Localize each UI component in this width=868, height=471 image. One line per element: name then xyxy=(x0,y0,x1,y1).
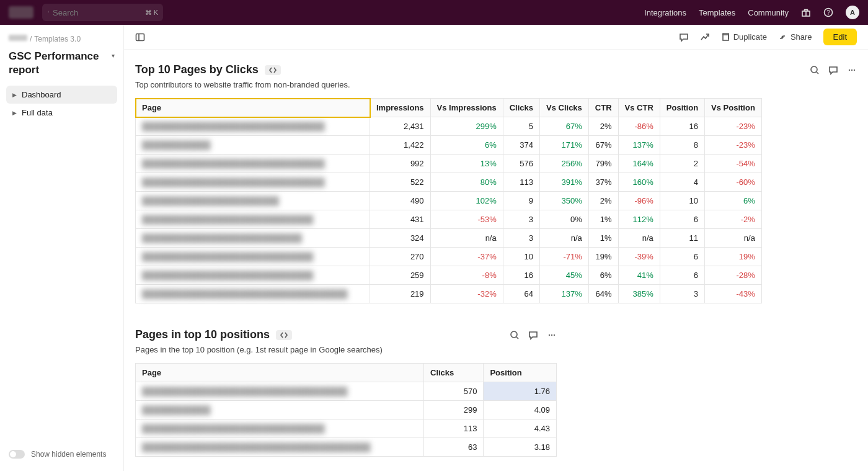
table-cell: 6% xyxy=(430,136,503,155)
table-header[interactable]: Clicks xyxy=(424,364,484,382)
table-cell: 13% xyxy=(430,155,503,173)
table-header[interactable]: Vs Impressions xyxy=(430,99,503,117)
table-row[interactable]: ████████████████████████████████████5701… xyxy=(136,382,557,401)
comments-icon[interactable] xyxy=(679,32,689,42)
table-header[interactable]: Page xyxy=(136,99,370,117)
avatar[interactable]: A xyxy=(846,6,859,19)
table-cell: 3.18 xyxy=(484,438,557,457)
table-cell: ████████████████████████████████████ xyxy=(136,382,424,401)
table-cell: 1% xyxy=(588,229,618,248)
section-more-icon[interactable] xyxy=(847,65,857,75)
nav-templates[interactable]: Templates xyxy=(699,8,735,17)
table-cell: 391% xyxy=(540,173,589,192)
table-row[interactable]: ████████████████████████████████99213%57… xyxy=(136,155,762,173)
table-row[interactable]: ████████████2994.09 xyxy=(136,401,557,419)
section-top-pages: Top 10 Pages by Clicks Top contributors … xyxy=(135,63,857,303)
table-header[interactable]: Page xyxy=(136,364,424,382)
breadcrumb[interactable]: / Templates 3.0 xyxy=(9,35,115,43)
table-row[interactable]: ████████████████████████490102%9350%2%-9… xyxy=(136,192,762,210)
sidebar-item-dashboard[interactable]: ▶ Dashboard xyxy=(6,86,117,104)
table-cell: 299 xyxy=(424,401,484,419)
logo[interactable] xyxy=(9,6,33,19)
show-hidden-toggle[interactable] xyxy=(9,450,25,459)
table-row[interactable]: ████████████████████████████████████████… xyxy=(136,438,557,457)
table-cell: 992 xyxy=(370,155,431,173)
sidebar-item-full-data[interactable]: ▶ Full data xyxy=(6,104,117,122)
section-more-icon[interactable] xyxy=(547,330,557,340)
table-row[interactable]: ██████████████████████████████259-8%1645… xyxy=(136,266,762,285)
table-cell: 2,431 xyxy=(370,117,431,136)
table-header[interactable]: Position xyxy=(484,364,557,382)
table-header[interactable]: Vs Clicks xyxy=(540,99,589,117)
table-cell: 431 xyxy=(370,210,431,229)
table-row[interactable]: ██████████████████████████████270-37%10-… xyxy=(136,248,762,266)
table-cell: ████████████████████████████████ xyxy=(136,155,370,173)
section-search-icon[interactable] xyxy=(810,65,820,75)
table-cell: ████████████ xyxy=(136,401,424,419)
table-cell: 3 xyxy=(660,285,704,303)
table-row[interactable]: ██████████████████████████████431-53%30%… xyxy=(136,210,762,229)
table-cell: ████████████████████████████████████ xyxy=(136,285,370,303)
table-cell: -37% xyxy=(430,248,503,266)
svg-point-16 xyxy=(549,334,550,335)
table-cell: 1% xyxy=(588,210,618,229)
table-cell: n/a xyxy=(430,229,503,248)
svg-point-17 xyxy=(551,334,552,335)
table-cell: 324 xyxy=(370,229,431,248)
table-row[interactable]: ████████████████████████████324n/a3n/a1%… xyxy=(136,229,762,248)
duplicate-button[interactable]: Duplicate xyxy=(721,32,767,42)
section-comment-icon[interactable] xyxy=(528,330,538,340)
table-cell: -8% xyxy=(430,266,503,285)
table-cell: -53% xyxy=(430,210,503,229)
table-cell: 80% xyxy=(430,173,503,192)
table-cell: 2% xyxy=(588,117,618,136)
chevron-right-icon: ▶ xyxy=(12,92,17,98)
table-cell: 5 xyxy=(503,117,539,136)
topbar-nav: Integrations Templates Community ? A xyxy=(644,6,859,19)
sidebar-item-label: Full data xyxy=(22,108,53,117)
gift-icon[interactable] xyxy=(801,7,811,17)
search-input[interactable] xyxy=(53,8,157,17)
table-cell: 113 xyxy=(503,173,539,192)
table-header[interactable]: Clicks xyxy=(503,99,539,117)
table-cell: 219 xyxy=(370,285,431,303)
nav-community[interactable]: Community xyxy=(748,8,789,17)
edit-button[interactable]: Edit xyxy=(823,29,857,45)
table-header[interactable]: Position xyxy=(660,99,704,117)
table-header[interactable]: Vs CTR xyxy=(618,99,660,117)
trend-icon[interactable] xyxy=(700,32,710,42)
svg-rect-8 xyxy=(723,35,728,40)
table-row[interactable]: ████████████████████████████████1134.43 xyxy=(136,419,557,438)
table-cell: -32% xyxy=(430,285,503,303)
table-cell: 8 xyxy=(660,136,704,155)
breadcrumb-root xyxy=(9,35,27,41)
nav-integrations[interactable]: Integrations xyxy=(644,8,686,17)
table-cell: 160% xyxy=(618,173,660,192)
table-cell: 6 xyxy=(660,210,704,229)
table-header[interactable]: CTR xyxy=(588,99,618,117)
table-cell: 16 xyxy=(660,117,704,136)
table-header[interactable]: Impressions xyxy=(370,99,431,117)
title-menu-caret[interactable]: ▾ xyxy=(112,52,115,59)
table-header[interactable]: Vs Position xyxy=(705,99,762,117)
share-button[interactable]: Share xyxy=(778,32,812,42)
table-cell: 102% xyxy=(430,192,503,210)
table-row[interactable]: ████████████████████████████████2,431299… xyxy=(136,117,762,136)
table-row[interactable]: ████████████████████████████████52280%11… xyxy=(136,173,762,192)
table-cell: -60% xyxy=(705,173,762,192)
svg-line-15 xyxy=(516,337,518,339)
section-search-icon[interactable] xyxy=(510,330,520,340)
panel-toggle-icon[interactable] xyxy=(135,32,145,42)
code-icon[interactable] xyxy=(276,330,292,340)
table-cell: 6 xyxy=(660,266,704,285)
section-title: Pages in top 10 positions xyxy=(135,328,270,341)
code-icon[interactable] xyxy=(265,65,281,75)
table-row[interactable]: ████████████1,4226%374171%67%137%8-23% xyxy=(136,136,762,155)
help-icon[interactable]: ? xyxy=(823,7,833,17)
global-search[interactable]: ⌘ K xyxy=(42,4,163,21)
table-row[interactable]: ████████████████████████████████████219-… xyxy=(136,285,762,303)
section-comment-icon[interactable] xyxy=(828,65,838,75)
svg-point-18 xyxy=(554,334,555,335)
table-cell: 67% xyxy=(588,136,618,155)
table-cell: 1.76 xyxy=(484,382,557,401)
